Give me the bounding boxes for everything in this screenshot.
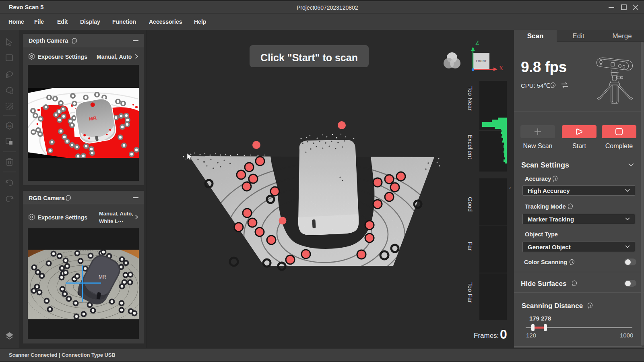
svg-text:ALL: ALL: [7, 125, 12, 127]
svg-text:MR: MR: [99, 274, 106, 280]
svg-text:X: X: [499, 65, 503, 71]
svg-text:FRONT: FRONT: [476, 60, 487, 62]
svg-text:Z: Z: [475, 40, 479, 46]
